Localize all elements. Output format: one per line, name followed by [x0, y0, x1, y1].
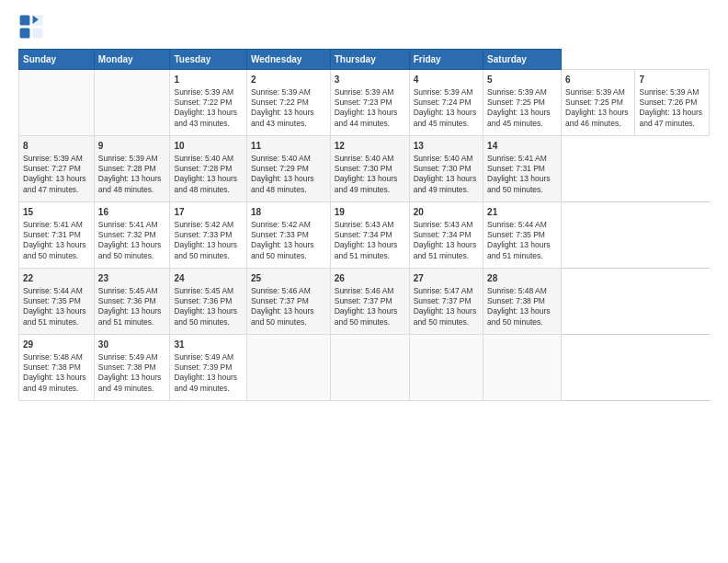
day-number: 12	[335, 140, 405, 153]
calendar-cell	[330, 335, 409, 401]
svg-rect-2	[20, 29, 30, 39]
day-number: 19	[335, 206, 405, 219]
col-header-wednesday: Wednesday	[247, 50, 331, 70]
col-header-tuesday: Tuesday	[170, 50, 247, 70]
col-header-monday: Monday	[94, 50, 170, 70]
logo-icon	[18, 14, 44, 40]
col-header-saturday: Saturday	[483, 50, 562, 70]
day-number: 21	[487, 206, 557, 219]
calendar-cell: 18Sunrise: 5:42 AMSunset: 7:33 PMDayligh…	[247, 202, 331, 269]
calendar-cell: 6Sunrise: 5:39 AMSunset: 7:25 PMDaylight…	[562, 70, 635, 136]
day-number: 28	[487, 272, 557, 285]
day-number: 17	[174, 206, 243, 219]
calendar-cell: 29Sunrise: 5:48 AMSunset: 7:38 PMDayligh…	[19, 335, 95, 401]
calendar-week-4: 22Sunrise: 5:44 AMSunset: 7:35 PMDayligh…	[19, 269, 710, 335]
calendar-cell: 1Sunrise: 5:39 AMSunset: 7:22 PMDaylight…	[170, 70, 247, 136]
day-number: 31	[174, 339, 243, 351]
calendar-cell: 10Sunrise: 5:40 AMSunset: 7:28 PMDayligh…	[170, 136, 247, 202]
day-number: 6	[565, 74, 631, 86]
calendar-cell	[247, 335, 331, 401]
calendar-cell: 22Sunrise: 5:44 AMSunset: 7:35 PMDayligh…	[19, 269, 95, 335]
calendar-cell: 15Sunrise: 5:41 AMSunset: 7:31 PMDayligh…	[19, 202, 95, 269]
svg-rect-4	[33, 29, 43, 39]
calendar-cell: 9Sunrise: 5:39 AMSunset: 7:28 PMDaylight…	[94, 136, 170, 202]
calendar-cell: 27Sunrise: 5:47 AMSunset: 7:37 PMDayligh…	[409, 269, 483, 335]
page-header	[18, 14, 710, 40]
calendar-cell: 7Sunrise: 5:39 AMSunset: 7:26 PMDaylight…	[635, 70, 710, 136]
day-number: 25	[251, 272, 326, 285]
calendar-cell: 12Sunrise: 5:40 AMSunset: 7:30 PMDayligh…	[330, 136, 409, 202]
calendar-cell: 24Sunrise: 5:45 AMSunset: 7:36 PMDayligh…	[170, 269, 247, 335]
calendar-cell: 28Sunrise: 5:48 AMSunset: 7:38 PMDayligh…	[483, 269, 562, 335]
logo	[18, 14, 48, 40]
day-number: 23	[98, 272, 166, 285]
day-number: 14	[487, 140, 557, 153]
day-number: 15	[23, 206, 90, 219]
day-number: 5	[487, 74, 557, 86]
calendar-cell: 19Sunrise: 5:43 AMSunset: 7:34 PMDayligh…	[330, 202, 409, 269]
day-number: 3	[335, 74, 405, 86]
svg-rect-1	[20, 16, 30, 26]
calendar-week-5: 29Sunrise: 5:48 AMSunset: 7:38 PMDayligh…	[19, 335, 710, 401]
calendar-cell: 21Sunrise: 5:44 AMSunset: 7:35 PMDayligh…	[483, 202, 562, 269]
day-number: 20	[414, 206, 479, 219]
col-header-friday: Friday	[409, 50, 483, 70]
calendar-cell: 20Sunrise: 5:43 AMSunset: 7:34 PMDayligh…	[409, 202, 483, 269]
calendar-cell	[409, 335, 483, 401]
day-number: 22	[23, 272, 90, 285]
calendar-cell: 25Sunrise: 5:46 AMSunset: 7:37 PMDayligh…	[247, 269, 331, 335]
calendar-cell: 23Sunrise: 5:45 AMSunset: 7:36 PMDayligh…	[94, 269, 170, 335]
calendar-cell: 26Sunrise: 5:46 AMSunset: 7:37 PMDayligh…	[330, 269, 409, 335]
day-number: 24	[174, 272, 243, 285]
day-number: 1	[174, 74, 243, 86]
day-number: 11	[251, 140, 326, 153]
calendar-cell: 13Sunrise: 5:40 AMSunset: 7:30 PMDayligh…	[409, 136, 483, 202]
day-number: 7	[639, 74, 705, 86]
calendar-week-3: 15Sunrise: 5:41 AMSunset: 7:31 PMDayligh…	[19, 202, 710, 269]
calendar-cell: 4Sunrise: 5:39 AMSunset: 7:24 PMDaylight…	[409, 70, 483, 136]
day-number: 9	[98, 140, 166, 153]
col-header-sunday: Sunday	[19, 50, 95, 70]
day-number: 29	[23, 339, 90, 351]
day-number: 13	[414, 140, 479, 153]
calendar-cell: 17Sunrise: 5:42 AMSunset: 7:33 PMDayligh…	[170, 202, 247, 269]
calendar-cell	[483, 335, 562, 401]
day-number: 4	[414, 74, 479, 86]
empty-cell	[94, 70, 170, 136]
calendar-cell: 8Sunrise: 5:39 AMSunset: 7:27 PMDaylight…	[19, 136, 95, 202]
day-number: 30	[98, 339, 166, 351]
day-number: 10	[174, 140, 243, 153]
calendar-week-1: 1Sunrise: 5:39 AMSunset: 7:22 PMDaylight…	[19, 70, 710, 136]
calendar-cell: 30Sunrise: 5:49 AMSunset: 7:38 PMDayligh…	[94, 335, 170, 401]
col-header-thursday: Thursday	[330, 50, 409, 70]
calendar-cell: 16Sunrise: 5:41 AMSunset: 7:32 PMDayligh…	[94, 202, 170, 269]
calendar-cell: 11Sunrise: 5:40 AMSunset: 7:29 PMDayligh…	[247, 136, 331, 202]
calendar-cell: 31Sunrise: 5:49 AMSunset: 7:39 PMDayligh…	[170, 335, 247, 401]
calendar-cell: 5Sunrise: 5:39 AMSunset: 7:25 PMDaylight…	[483, 70, 562, 136]
calendar-cell: 14Sunrise: 5:41 AMSunset: 7:31 PMDayligh…	[483, 136, 562, 202]
day-number: 27	[414, 272, 479, 285]
calendar-header-row: SundayMondayTuesdayWednesdayThursdayFrid…	[19, 50, 710, 70]
calendar-week-2: 8Sunrise: 5:39 AMSunset: 7:27 PMDaylight…	[19, 136, 710, 202]
calendar-table: SundayMondayTuesdayWednesdayThursdayFrid…	[18, 49, 710, 401]
day-number: 8	[23, 140, 90, 153]
empty-cell	[19, 70, 95, 136]
day-number: 16	[98, 206, 166, 219]
calendar-cell: 3Sunrise: 5:39 AMSunset: 7:23 PMDaylight…	[330, 70, 409, 136]
calendar-cell: 2Sunrise: 5:39 AMSunset: 7:22 PMDaylight…	[247, 70, 331, 136]
day-number: 18	[251, 206, 326, 219]
day-number: 2	[251, 74, 326, 86]
day-number: 26	[335, 272, 405, 285]
